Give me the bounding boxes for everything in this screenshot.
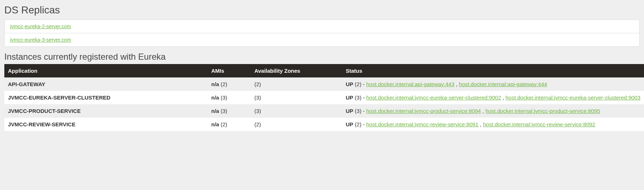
instance-link[interactable]: host.docker.internal:jvmcc-review-servic… [483,121,595,127]
table-header-row: Application AMIs Availability Zones Stat… [4,64,644,77]
status-label: UP [346,108,353,114]
status-count: (2) [355,121,361,127]
ds-replicas-heading: DS Replicas [0,0,644,20]
col-zones: Availability Zones [251,64,342,77]
cell-application: JVMCC-EUREKA-SERVER-CLUSTERED [4,91,208,104]
cell-application: JVMCC-PRODUCT-SERVICE [4,104,208,118]
cell-amis: n/a (2) [208,77,251,91]
amis-count: (3) [221,108,227,114]
link-separator: , [501,94,506,101]
replica-link[interactable]: jvmcc-eureka-2-server.com [10,24,71,29]
table-row: JVMCC-PRODUCT-SERVICEn/a (3)(3)UP (3) - … [4,104,644,118]
status-count: (3) [355,94,361,101]
cell-status: UP (3) - host.docker.internal:jvmcc-eure… [342,91,644,104]
table-row: JVMCC-EUREKA-SERVER-CLUSTEREDn/a (3)(3)U… [4,91,644,104]
table-row: JVMCC-REVIEW-SERVICEn/a (2)(2)UP (2) - h… [4,118,644,131]
col-amis: AMIs [208,64,251,77]
cell-zones: (2) [251,118,342,131]
instance-link[interactable]: host.docker.internal:jvmcc-review-servic… [366,121,478,127]
link-separator: , [454,81,459,87]
amis-count: (2) [221,81,227,87]
instance-link[interactable]: host.docker.internal:jvmcc-eureka-server… [506,94,641,101]
status-label: UP [346,81,353,87]
amis-label: n/a [211,94,219,101]
amis-count: (2) [221,121,227,127]
instance-link[interactable]: host.docker.internal:api-gateway:444 [459,81,547,87]
cell-zones: (3) [251,91,342,104]
instance-link[interactable]: host.docker.internal:jvmcc-product-servi… [366,108,481,114]
replica-link[interactable]: jvmcc-eureka-3-server.com [10,37,71,43]
cell-application: JVMCC-REVIEW-SERVICE [4,118,208,131]
cell-amis: n/a (3) [208,91,251,104]
amis-label: n/a [211,121,219,127]
replica-item: jvmcc-eureka-2-server.com [5,20,639,33]
table-row: API-GATEWAYn/a (2)(2)UP (2) - host.docke… [4,77,644,91]
link-separator: , [481,108,486,114]
col-application: Application [4,64,208,77]
replica-item: jvmcc-eureka-3-server.com [5,33,639,46]
cell-zones: (3) [251,104,342,118]
amis-count: (3) [221,94,227,101]
instance-link[interactable]: host.docker.internal:jvmcc-eureka-server… [366,94,501,101]
status-count: (3) [355,108,361,114]
cell-status: UP (3) - host.docker.internal:jvmcc-prod… [342,104,644,118]
instances-heading: Instances currently registered with Eure… [0,50,644,64]
col-status: Status [342,64,644,77]
status-count: (2) [355,81,361,87]
cell-application: API-GATEWAY [4,77,208,91]
amis-label: n/a [211,81,219,87]
status-label: UP [346,94,353,101]
cell-amis: n/a (2) [208,118,251,131]
status-label: UP [346,121,353,127]
instance-link[interactable]: host.docker.internal:api-gateway:443 [366,81,454,87]
cell-zones: (2) [251,77,342,91]
instances-table: Application AMIs Availability Zones Stat… [4,64,644,131]
link-separator: , [478,121,483,127]
cell-amis: n/a (3) [208,104,251,118]
instance-link[interactable]: host.docker.internal:jvmcc-product-servi… [486,108,600,114]
cell-status: UP (2) - host.docker.internal:api-gatewa… [342,77,644,91]
replicas-list: jvmcc-eureka-2-server.comjvmcc-eureka-3-… [4,20,640,47]
cell-status: UP (2) - host.docker.internal:jvmcc-revi… [342,118,644,131]
amis-label: n/a [211,108,219,114]
